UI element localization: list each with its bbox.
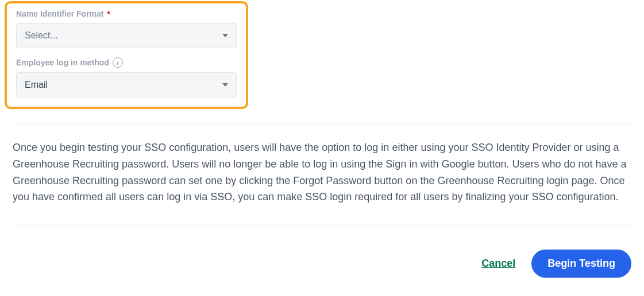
employee-login-select[interactable]: Email — [16, 72, 237, 98]
chevron-down-icon — [222, 83, 228, 87]
label-text: Name Identifier Format — [16, 9, 103, 18]
sso-description-text: Once you begin testing your SSO configur… — [0, 124, 644, 205]
name-identifier-select[interactable]: Select... — [16, 23, 237, 48]
required-asterisk-icon: * — [107, 9, 110, 18]
highlighted-config-section: Name Identifier Format * Select... Emplo… — [5, 1, 248, 109]
chevron-down-icon — [222, 34, 228, 37]
employee-login-field: Employee log in method i Email — [16, 57, 237, 98]
begin-testing-button[interactable]: Begin Testing — [531, 250, 631, 278]
action-footer: Cancel Begin Testing — [0, 250, 644, 278]
select-value: Email — [25, 80, 48, 90]
name-identifier-label: Name Identifier Format * — [16, 9, 237, 18]
select-value: Select... — [25, 30, 58, 41]
info-icon[interactable]: i — [113, 57, 123, 68]
label-text: Employee log in method — [16, 58, 109, 67]
cancel-button[interactable]: Cancel — [481, 258, 515, 270]
employee-login-label: Employee log in method i — [16, 57, 237, 68]
section-divider — [13, 225, 631, 225]
name-identifier-field: Name Identifier Format * Select... — [16, 9, 237, 48]
